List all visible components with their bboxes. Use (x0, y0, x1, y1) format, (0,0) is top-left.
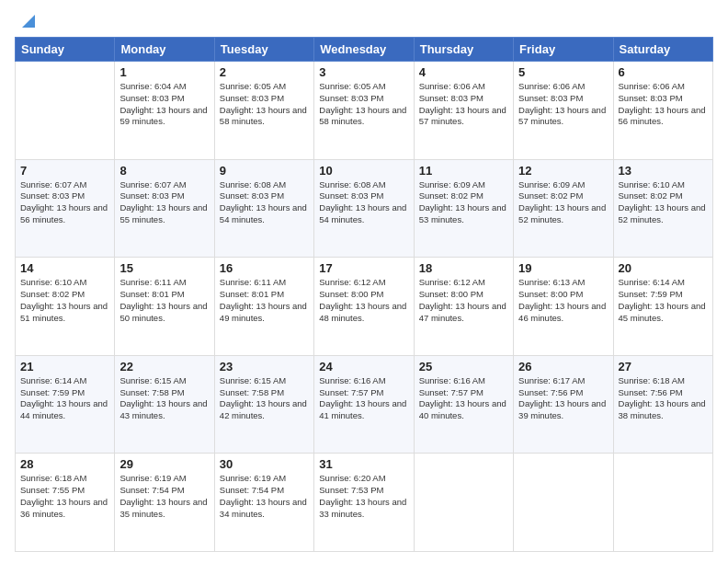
day-info: Sunrise: 6:18 AM Sunset: 7:56 PM Dayligh… (619, 375, 708, 422)
calendar-cell: 7Sunrise: 6:07 AM Sunset: 8:03 PM Daylig… (16, 159, 115, 258)
day-info: Sunrise: 6:06 AM Sunset: 8:03 PM Dayligh… (619, 81, 708, 128)
day-info: Sunrise: 6:05 AM Sunset: 8:03 PM Dayligh… (319, 81, 408, 128)
calendar-cell: 29Sunrise: 6:19 AM Sunset: 7:54 PM Dayli… (115, 454, 214, 552)
day-number: 22 (119, 360, 209, 373)
day-info: Sunrise: 6:19 AM Sunset: 7:54 PM Dayligh… (220, 473, 309, 520)
day-number: 27 (619, 360, 708, 373)
calendar-cell: 24Sunrise: 6:16 AM Sunset: 7:57 PM Dayli… (314, 355, 414, 454)
col-wednesday: Wednesday (314, 38, 414, 62)
day-number: 16 (220, 261, 309, 275)
day-info: Sunrise: 6:11 AM Sunset: 8:01 PM Dayligh… (220, 277, 309, 324)
day-number: 23 (220, 360, 309, 373)
calendar-week-3: 14Sunrise: 6:10 AM Sunset: 8:02 PM Dayli… (16, 258, 713, 356)
day-number: 2 (220, 65, 309, 79)
header (15, 11, 713, 29)
calendar-week-2: 7Sunrise: 6:07 AM Sunset: 8:03 PM Daylig… (16, 159, 713, 258)
day-number: 14 (20, 261, 109, 275)
day-info: Sunrise: 6:12 AM Sunset: 8:00 PM Dayligh… (419, 277, 508, 324)
day-number: 26 (518, 360, 608, 373)
day-number: 25 (419, 360, 508, 373)
day-info: Sunrise: 6:05 AM Sunset: 8:03 PM Dayligh… (220, 81, 309, 128)
col-sunday: Sunday (16, 38, 115, 62)
day-info: Sunrise: 6:14 AM Sunset: 7:59 PM Dayligh… (20, 375, 109, 422)
page: Sunday Monday Tuesday Wednesday Thursday… (0, 0, 728, 563)
col-friday: Friday (514, 38, 613, 62)
day-number: 18 (419, 261, 508, 275)
day-number: 7 (20, 164, 109, 178)
calendar-cell: 16Sunrise: 6:11 AM Sunset: 8:01 PM Dayli… (214, 258, 313, 356)
calendar-cell: 18Sunrise: 6:12 AM Sunset: 8:00 PM Dayli… (414, 258, 513, 356)
calendar-cell: 26Sunrise: 6:17 AM Sunset: 7:56 PM Dayli… (514, 355, 613, 454)
calendar-cell: 21Sunrise: 6:14 AM Sunset: 7:59 PM Dayli… (16, 355, 115, 454)
calendar-cell: 12Sunrise: 6:09 AM Sunset: 8:02 PM Dayli… (514, 159, 613, 258)
calendar-cell: 13Sunrise: 6:10 AM Sunset: 8:02 PM Dayli… (613, 159, 712, 258)
day-info: Sunrise: 6:06 AM Sunset: 8:03 PM Dayligh… (518, 81, 608, 128)
calendar-cell (514, 454, 613, 552)
day-info: Sunrise: 6:15 AM Sunset: 7:58 PM Dayligh… (119, 375, 209, 422)
svg-marker-0 (22, 15, 35, 28)
day-number: 24 (319, 360, 408, 373)
day-info: Sunrise: 6:09 AM Sunset: 8:02 PM Dayligh… (518, 179, 608, 226)
calendar-cell: 23Sunrise: 6:15 AM Sunset: 7:58 PM Dayli… (214, 355, 313, 454)
calendar-cell: 8Sunrise: 6:07 AM Sunset: 8:03 PM Daylig… (115, 159, 214, 258)
day-info: Sunrise: 6:16 AM Sunset: 7:57 PM Dayligh… (419, 375, 508, 422)
calendar-cell: 3Sunrise: 6:05 AM Sunset: 8:03 PM Daylig… (314, 62, 414, 160)
day-number: 20 (619, 261, 708, 275)
calendar-cell: 17Sunrise: 6:12 AM Sunset: 8:00 PM Dayli… (314, 258, 414, 356)
calendar-cell: 30Sunrise: 6:19 AM Sunset: 7:54 PM Dayli… (214, 454, 313, 552)
day-number: 30 (220, 457, 309, 471)
day-info: Sunrise: 6:10 AM Sunset: 8:02 PM Dayligh… (619, 179, 708, 226)
calendar-cell (16, 62, 115, 160)
calendar-cell: 22Sunrise: 6:15 AM Sunset: 7:58 PM Dayli… (115, 355, 214, 454)
calendar-cell: 14Sunrise: 6:10 AM Sunset: 8:02 PM Dayli… (16, 258, 115, 356)
day-number: 5 (518, 65, 608, 79)
calendar-week-5: 28Sunrise: 6:18 AM Sunset: 7:55 PM Dayli… (16, 454, 713, 552)
calendar-cell: 27Sunrise: 6:18 AM Sunset: 7:56 PM Dayli… (613, 355, 712, 454)
calendar-cell: 6Sunrise: 6:06 AM Sunset: 8:03 PM Daylig… (613, 62, 712, 160)
calendar-cell: 9Sunrise: 6:08 AM Sunset: 8:03 PM Daylig… (214, 159, 313, 258)
day-number: 21 (20, 360, 109, 373)
col-thursday: Thursday (414, 38, 513, 62)
calendar-cell: 20Sunrise: 6:14 AM Sunset: 7:59 PM Dayli… (613, 258, 712, 356)
day-info: Sunrise: 6:18 AM Sunset: 7:55 PM Dayligh… (20, 473, 109, 520)
day-number: 17 (319, 261, 408, 275)
day-number: 3 (319, 65, 408, 79)
calendar-cell (414, 454, 513, 552)
day-info: Sunrise: 6:19 AM Sunset: 7:54 PM Dayligh… (119, 473, 209, 520)
day-info: Sunrise: 6:09 AM Sunset: 8:02 PM Dayligh… (419, 179, 508, 226)
day-number: 10 (319, 164, 408, 178)
calendar-cell: 28Sunrise: 6:18 AM Sunset: 7:55 PM Dayli… (16, 454, 115, 552)
logo (15, 11, 35, 29)
calendar-cell: 11Sunrise: 6:09 AM Sunset: 8:02 PM Dayli… (414, 159, 513, 258)
day-number: 11 (419, 164, 508, 178)
day-number: 6 (619, 65, 708, 79)
day-info: Sunrise: 6:12 AM Sunset: 8:00 PM Dayligh… (319, 277, 408, 324)
day-info: Sunrise: 6:13 AM Sunset: 8:00 PM Dayligh… (518, 277, 608, 324)
calendar-cell: 2Sunrise: 6:05 AM Sunset: 8:03 PM Daylig… (214, 62, 313, 160)
day-number: 15 (119, 261, 209, 275)
day-info: Sunrise: 6:14 AM Sunset: 7:59 PM Dayligh… (619, 277, 708, 324)
day-number: 19 (518, 261, 608, 275)
day-number: 12 (518, 164, 608, 178)
calendar-cell: 10Sunrise: 6:08 AM Sunset: 8:03 PM Dayli… (314, 159, 414, 258)
col-tuesday: Tuesday (214, 38, 313, 62)
day-info: Sunrise: 6:16 AM Sunset: 7:57 PM Dayligh… (319, 375, 408, 422)
calendar-week-1: 1Sunrise: 6:04 AM Sunset: 8:03 PM Daylig… (16, 62, 713, 160)
day-info: Sunrise: 6:07 AM Sunset: 8:03 PM Dayligh… (20, 179, 109, 226)
day-info: Sunrise: 6:10 AM Sunset: 8:02 PM Dayligh… (20, 277, 109, 324)
col-saturday: Saturday (613, 38, 712, 62)
calendar-cell: 31Sunrise: 6:20 AM Sunset: 7:53 PM Dayli… (314, 454, 414, 552)
logo-icon (17, 11, 35, 29)
day-info: Sunrise: 6:08 AM Sunset: 8:03 PM Dayligh… (220, 179, 309, 226)
day-number: 31 (319, 457, 408, 471)
calendar-cell: 1Sunrise: 6:04 AM Sunset: 8:03 PM Daylig… (115, 62, 214, 160)
day-info: Sunrise: 6:04 AM Sunset: 8:03 PM Dayligh… (119, 81, 209, 128)
day-number: 28 (20, 457, 109, 471)
day-number: 29 (119, 457, 209, 471)
calendar-cell: 19Sunrise: 6:13 AM Sunset: 8:00 PM Dayli… (514, 258, 613, 356)
day-info: Sunrise: 6:20 AM Sunset: 7:53 PM Dayligh… (319, 473, 408, 520)
col-monday: Monday (115, 38, 214, 62)
calendar-cell (613, 454, 712, 552)
calendar-cell: 4Sunrise: 6:06 AM Sunset: 8:03 PM Daylig… (414, 62, 513, 160)
day-info: Sunrise: 6:15 AM Sunset: 7:58 PM Dayligh… (220, 375, 309, 422)
